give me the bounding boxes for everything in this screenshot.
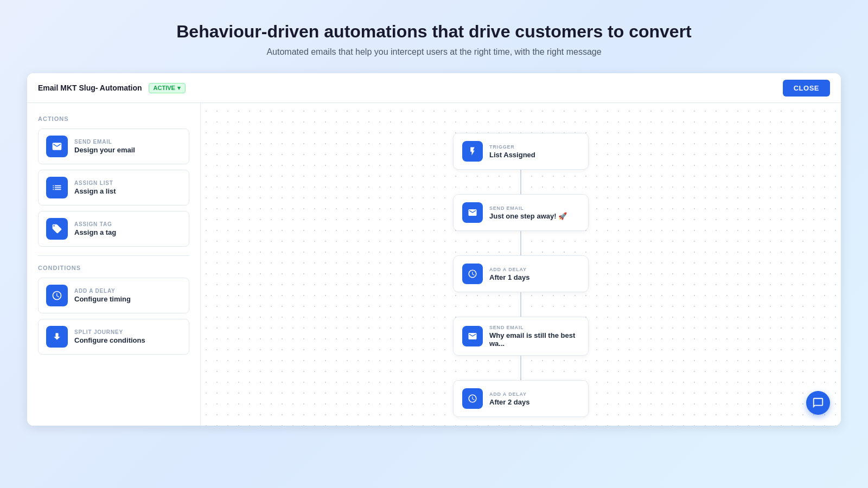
- node-type-delay-2: ADD A DELAY: [489, 391, 529, 397]
- connector-2: [520, 231, 521, 255]
- sidebar-item-add-delay[interactable]: ADD A DELAY Configure timing: [38, 278, 189, 313]
- actions-section-label: ACTIONS: [38, 115, 189, 122]
- page-header: Behaviour-driven automations that drive …: [0, 0, 868, 73]
- split-icon: [46, 326, 68, 348]
- flow-node-delay-2[interactable]: ADD A DELAY After 2 days: [453, 380, 589, 417]
- assign-list-label: ASSIGN LIST: [74, 180, 116, 186]
- top-bar-left: Email MKT Slug- Automation ACTIVE ▾: [38, 83, 186, 93]
- canvas: TRIGGER List Assigned SEND EMAIL Just on…: [201, 73, 841, 426]
- add-delay-desc: Configure timing: [74, 295, 131, 303]
- add-delay-label: ADD A DELAY: [74, 288, 131, 294]
- node-type-trigger: TRIGGER: [489, 144, 535, 150]
- node-title-email-1: Just one step away! 🚀: [489, 212, 567, 220]
- assign-tag-label: ASSIGN TAG: [74, 221, 116, 227]
- automation-title: Email MKT Slug- Automation: [38, 84, 142, 92]
- node-type-email-1: SEND EMAIL: [489, 206, 567, 211]
- flow-container: TRIGGER List Assigned SEND EMAIL Just on…: [453, 111, 589, 426]
- node-title-email-2: Why email is still the best wa...: [489, 331, 579, 348]
- clock-node-icon-1: [462, 264, 483, 284]
- node-type-email-2: SEND EMAIL: [489, 325, 579, 330]
- flow-node-trigger[interactable]: TRIGGER List Assigned: [453, 133, 589, 170]
- list-icon: [46, 177, 68, 198]
- split-journey-desc: Configure conditions: [74, 336, 145, 344]
- send-email-desc: Design your email: [74, 146, 135, 154]
- connector-3: [520, 292, 521, 317]
- page-subtitle: Automated emails that help you intercept…: [0, 47, 868, 57]
- conditions-section-label: CONDITIONS: [38, 265, 189, 271]
- flow-node-send-email-1[interactable]: SEND EMAIL Just one step away! 🚀: [453, 194, 589, 231]
- split-journey-label: SPLIT JOURNEY: [74, 329, 145, 335]
- email-icon: [46, 136, 68, 157]
- sidebar-item-send-email[interactable]: SEND EMAIL Design your email: [38, 129, 189, 164]
- top-bar: Email MKT Slug- Automation ACTIVE ▾ CLOS…: [27, 73, 841, 103]
- close-button[interactable]: CLOSE: [783, 80, 830, 97]
- sidebar-item-assign-tag[interactable]: ASSIGN TAG Assign a tag: [38, 211, 189, 247]
- sidebar-divider: [38, 255, 189, 256]
- flow-node-delay-1[interactable]: ADD A DELAY After 1 days: [453, 255, 589, 292]
- chat-button[interactable]: [806, 391, 830, 415]
- main-container: Email MKT Slug- Automation ACTIVE ▾ CLOS…: [27, 73, 841, 426]
- status-badge[interactable]: ACTIVE ▾: [149, 83, 186, 93]
- node-title-trigger: List Assigned: [489, 151, 535, 159]
- tag-icon: [46, 218, 68, 240]
- clock-node-icon-2: [462, 388, 483, 409]
- flow-node-send-email-2[interactable]: SEND EMAIL Why email is still the best w…: [453, 317, 589, 356]
- connector-1: [520, 170, 521, 194]
- connector-4: [520, 356, 521, 380]
- email-node-icon-1: [462, 202, 483, 223]
- sidebar: ACTIONS SEND EMAIL Design your email ASS…: [27, 73, 201, 426]
- email-node-icon-2: [462, 326, 483, 346]
- send-email-label: SEND EMAIL: [74, 139, 135, 145]
- lightning-icon: [462, 141, 483, 162]
- node-title-delay-2: After 2 days: [489, 398, 529, 406]
- sidebar-item-assign-list[interactable]: ASSIGN LIST Assign a list: [38, 170, 189, 206]
- node-type-delay-1: ADD A DELAY: [489, 267, 529, 272]
- node-title-delay-1: After 1 days: [489, 273, 529, 281]
- page-title: Behaviour-driven automations that drive …: [0, 22, 868, 42]
- assign-tag-desc: Assign a tag: [74, 228, 116, 236]
- assign-list-desc: Assign a list: [74, 187, 116, 195]
- clock-icon: [46, 285, 68, 306]
- sidebar-item-split-journey[interactable]: SPLIT JOURNEY Configure conditions: [38, 319, 189, 355]
